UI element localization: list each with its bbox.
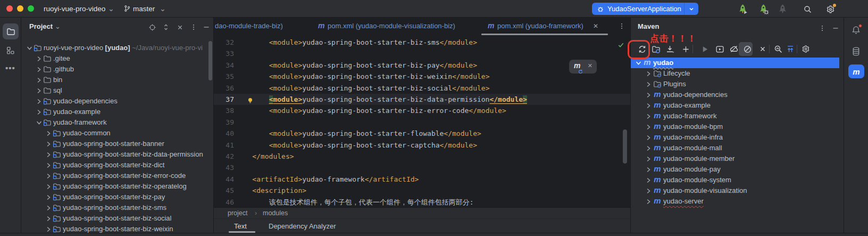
- project-tree-item-yudao-spring-boot-starter-biz-social[interactable]: yudao-spring-boot-starter-biz-social: [21, 213, 213, 224]
- project-selector[interactable]: ruoyi-vue-pro-video⌄: [44, 4, 114, 13]
- close-window-button[interactable]: [6, 5, 13, 12]
- chevron-down-icon[interactable]: [685, 6, 698, 12]
- code-line-38[interactable]: 38 <module>yudao-spring-boot-starter-biz…: [214, 105, 630, 116]
- code-line-37[interactable]: 37 <module>yudao-spring-boot-starter-biz…: [214, 94, 630, 105]
- chevron-right-icon[interactable]: [45, 225, 52, 233]
- chevron-right-icon[interactable]: [35, 108, 43, 116]
- project-tree-item-yudao-spring-boot-starter-biz-weixin[interactable]: yudao-spring-boot-starter-biz-weixin: [21, 224, 213, 233]
- run-icon[interactable]: [700, 44, 710, 54]
- tab-text[interactable]: Text: [234, 222, 247, 230]
- chevron-right-icon[interactable]: [645, 102, 652, 109]
- code-line-45[interactable]: 45 <description>: [214, 185, 630, 196]
- chevron-right-icon[interactable]: [645, 112, 652, 120]
- code-line-44[interactable]: 44 <artifactId>yudao-framework</artifact…: [214, 174, 630, 185]
- options-menu-button[interactable]: [188, 22, 199, 32]
- project-scrollbar[interactable]: [208, 41, 212, 80]
- project-tree-item-yudao-spring-boot-starter-biz-data-permission[interactable]: yudao-spring-boot-starter-biz-data-permi…: [21, 149, 213, 160]
- chevron-right-icon[interactable]: [45, 151, 52, 158]
- chevron-right-icon[interactable]: [645, 123, 652, 131]
- project-tree-item-yudao-spring-boot-starter-banner[interactable]: yudao-spring-boot-starter-banner: [21, 139, 213, 149]
- project-tree-item-yudao-spring-boot-starter-biz-dict[interactable]: yudao-spring-boot-starter-biz-dict: [21, 160, 213, 170]
- code-line-32[interactable]: 32 <module>yudao-spring-boot-starter-biz…: [214, 37, 630, 48]
- code-line-36[interactable]: 36 <module>yudao-spring-boot-starter-biz…: [214, 83, 630, 94]
- database-tool-button[interactable]: [851, 46, 861, 59]
- maven-tree-item-yudao-module-system[interactable]: myudao-module-system: [631, 175, 844, 185]
- project-tree-item-bin[interactable]: bin: [21, 75, 213, 85]
- run-button[interactable]: [736, 3, 749, 15]
- code-line-40[interactable]: 40 <module>yudao-spring-boot-starter-flo…: [214, 128, 630, 139]
- project-tree-item-yudao-spring-boot-starter-biz-sms[interactable]: yudao-spring-boot-starter-biz-sms: [21, 202, 213, 213]
- maven-tree-item-yudao[interactable]: myudao: [631, 58, 844, 68]
- maven-options-button[interactable]: [819, 25, 826, 34]
- chevron-right-icon[interactable]: [45, 172, 52, 180]
- project-tree-item--gitee[interactable]: .gitee: [21, 53, 213, 64]
- debug-button[interactable]: [757, 3, 770, 15]
- execute-goal-icon[interactable]: [715, 44, 724, 54]
- chevron-right-icon[interactable]: [35, 87, 43, 94]
- close-icon[interactable]: [758, 44, 767, 54]
- download-sources-icon[interactable]: [665, 44, 674, 54]
- maven-tool-button[interactable]: m: [848, 64, 864, 78]
- project-tree-item-sql[interactable]: sql: [21, 85, 213, 96]
- git-branch-selector[interactable]: master⌄: [123, 4, 166, 13]
- skip-tests-icon[interactable]: [742, 44, 752, 54]
- close-tab-icon[interactable]: ✕: [593, 22, 598, 30]
- project-panel-title[interactable]: Project⌄: [29, 22, 61, 30]
- maven-tree-item-yudao-module-mall[interactable]: myudao-module-mall: [631, 143, 844, 153]
- maven-tree-item-yudao-framework[interactable]: myudao-framework: [631, 111, 844, 121]
- maven-tree-item-yudao-module-member[interactable]: myudao-module-member: [631, 153, 844, 164]
- intention-bulb-icon[interactable]: [247, 96, 254, 103]
- code-editor[interactable]: 32 <module>yudao-spring-boot-starter-biz…: [214, 35, 630, 207]
- notifications-button[interactable]: [851, 25, 861, 37]
- run-configuration-button[interactable]: YudaoServerApplication: [592, 3, 698, 15]
- project-tree-item-yudao-spring-boot-starter-biz-pay[interactable]: yudao-spring-boot-starter-biz-pay: [21, 192, 213, 202]
- add-icon[interactable]: [681, 44, 690, 54]
- chevron-down-icon[interactable]: [635, 59, 642, 67]
- chevron-right-icon[interactable]: [645, 176, 652, 184]
- project-tree-item-yudao-spring-boot-starter-biz-operatelog[interactable]: yudao-spring-boot-starter-biz-operatelog: [21, 181, 213, 192]
- maven-tree-item-Lifecycle[interactable]: Lifecycle: [631, 68, 844, 79]
- code-line-41[interactable]: 41 <module>yudao-spring-boot-starter-cap…: [214, 140, 630, 151]
- chevron-right-icon[interactable]: [45, 140, 52, 148]
- generate-sources-icon[interactable]: [651, 44, 661, 54]
- chevron-right-icon[interactable]: [45, 183, 52, 190]
- chevron-down-icon[interactable]: [35, 119, 43, 126]
- chevron-right-icon[interactable]: [35, 76, 43, 84]
- maven-tree-item-yudao-module-pay[interactable]: myudao-module-pay: [631, 164, 844, 175]
- code-line-35[interactable]: 35 <module>yudao-spring-boot-starter-biz…: [214, 71, 630, 82]
- maven-tree-item-Plugins[interactable]: Plugins: [631, 79, 844, 89]
- chevron-right-icon[interactable]: [35, 97, 43, 105]
- chevron-right-icon[interactable]: [35, 66, 43, 73]
- project-tree-item-yudao-dependencies[interactable]: yudao-dependencies: [21, 96, 213, 107]
- toggle-offline-icon[interactable]: [729, 44, 739, 54]
- more-tool-windows-button[interactable]: •••: [5, 63, 15, 72]
- hide-maven-panel-button[interactable]: [832, 25, 839, 34]
- chevron-right-icon[interactable]: [45, 215, 52, 222]
- project-tree-item--github[interactable]: .github: [21, 64, 213, 75]
- code-line-46[interactable]: 46 该包是技术组件，每个子包，代表一个组件，每个组件包括两部分:: [214, 197, 630, 207]
- chevron-down-icon[interactable]: [26, 44, 33, 52]
- chevron-right-icon[interactable]: [645, 144, 652, 152]
- maven-tree-item-yudao-module-infra[interactable]: myudao-module-infra: [631, 132, 844, 143]
- maven-tree-item-yudao-example[interactable]: myudao-example: [631, 100, 844, 111]
- tab-dependency-analyzer[interactable]: Dependency Analyzer: [269, 222, 336, 230]
- chevron-right-icon[interactable]: [45, 193, 52, 201]
- chevron-right-icon[interactable]: [645, 198, 652, 205]
- tab-options-button[interactable]: [616, 21, 627, 31]
- chevron-right-icon[interactable]: [45, 204, 52, 211]
- chevron-right-icon[interactable]: [645, 166, 652, 173]
- code-line-42[interactable]: 42 </modules>: [214, 151, 630, 162]
- breadcrumb-modules[interactable]: modules: [263, 209, 288, 217]
- structure-tool-button[interactable]: [6, 46, 15, 57]
- chevron-right-icon[interactable]: [645, 80, 652, 88]
- chevron-right-icon[interactable]: [645, 134, 652, 141]
- code-line-33[interactable]: 33: [214, 48, 630, 59]
- breadcrumb-project[interactable]: project: [228, 209, 248, 217]
- maven-tree-item-yudao-module-bpm[interactable]: myudao-module-bpm: [631, 121, 844, 132]
- editor-scrollbar[interactable]: [623, 129, 627, 164]
- project-tree-item-yudao-framework[interactable]: yudao-framework: [21, 117, 213, 128]
- locate-file-button[interactable]: [147, 22, 157, 32]
- maven-tree-item-yudao-dependencies[interactable]: myudao-dependencies: [631, 89, 844, 100]
- chevron-right-icon[interactable]: [645, 70, 652, 77]
- expand-all-icon[interactable]: [786, 44, 795, 54]
